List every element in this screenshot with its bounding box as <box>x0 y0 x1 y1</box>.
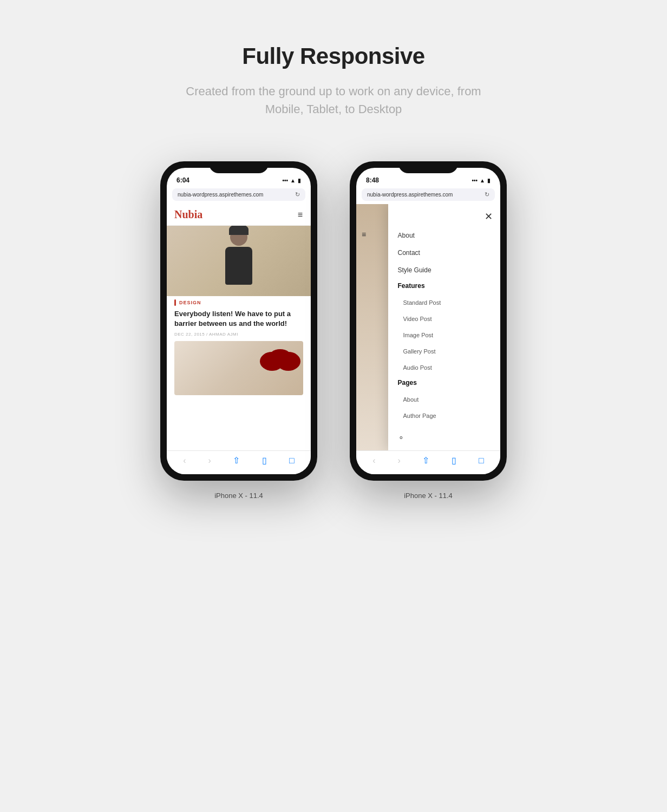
menu-item-standard-post[interactable]: Standard Post <box>388 294 500 311</box>
phone-right-screen: 8:48 ••• ▲ ▮ nubia-wordpress.aspiretheme… <box>356 168 500 474</box>
wifi-icon: ▲ <box>290 178 296 184</box>
menu-item-styleguide[interactable]: Style Guide <box>388 261 500 279</box>
menu-item-author-page[interactable]: Author Page <box>388 408 500 424</box>
blog-logo: Nubia <box>174 208 202 221</box>
menu-item-audio-post[interactable]: Audio Post <box>388 359 500 376</box>
close-icon[interactable]: ✕ <box>485 211 493 222</box>
phone-left-frame: 6:04 ••• ▲ ▮ nubia-wordpress.aspiretheme… <box>160 161 317 481</box>
signal-icon-right: ••• <box>472 178 478 184</box>
reload-icon-left[interactable]: ↻ <box>295 191 300 198</box>
menu-item-contact[interactable]: Contact <box>388 244 500 261</box>
url-right: nubia-wordpress.aspirethemes.com <box>367 192 453 198</box>
address-bar-left[interactable]: nubia-wordpress.aspirethemes.com ↻ <box>172 188 305 201</box>
menu-item-pages[interactable]: Pages <box>388 376 500 391</box>
bookmark-btn-right[interactable]: ▯ <box>452 455 456 466</box>
status-icons-right: ••• ▲ ▮ <box>472 178 491 184</box>
blog-meta: DEC 22, 2015 / AHMAD AJMI <box>167 332 311 341</box>
address-bar-right[interactable]: nubia-wordpress.aspirethemes.com ↻ <box>362 188 495 201</box>
hamburger-icon-right-bg: ≡ <box>362 230 366 239</box>
menu-item-image-post[interactable]: Image Post <box>388 327 500 343</box>
status-icons-left: ••• ▲ ▮ <box>283 178 301 184</box>
apple-bowl <box>268 349 292 368</box>
phone-left-content: Nubia ≡ DESIGN <box>167 204 311 450</box>
menu-item-features[interactable]: Features <box>388 279 500 294</box>
nav-menu-overlay: ✕ About Contact Style Guide Features Sta… <box>388 204 500 450</box>
phones-container: 6:04 ••• ▲ ▮ nubia-wordpress.aspiretheme… <box>160 161 507 500</box>
share-btn-right[interactable]: ⇧ <box>422 455 429 466</box>
status-time-left: 6:04 <box>176 176 189 184</box>
safari-bottom-left: ‹ › ⇧ ▯ □ <box>167 450 311 474</box>
back-btn-left[interactable]: ‹ <box>183 456 186 466</box>
blog-post-title: Everybody listen! We have to put a barri… <box>167 307 311 332</box>
url-left: nubia-wordpress.aspirethemes.com <box>178 192 263 198</box>
right-phone-bg <box>356 204 388 450</box>
menu-item-about-page[interactable]: About <box>388 391 500 408</box>
forward-btn-right[interactable]: › <box>397 456 400 466</box>
blog-second-image <box>174 341 303 395</box>
status-bar-left: 6:04 ••• ▲ ▮ <box>167 171 311 186</box>
signal-icon: ••• <box>283 178 289 184</box>
menu-item-gallery-post[interactable]: Gallery Post <box>388 343 500 359</box>
person-body <box>225 247 252 285</box>
search-icon[interactable]: ⚬ <box>398 434 404 442</box>
blog-header: Nubia ≡ <box>167 204 311 226</box>
back-btn-right[interactable]: ‹ <box>372 456 375 466</box>
phone-left-notch <box>209 161 269 173</box>
page-subtitle: Created from the ground up to work on an… <box>182 82 485 118</box>
menu-items-list: About Contact Style Guide Features Stand… <box>388 227 500 428</box>
status-time-right: 8:48 <box>366 176 379 184</box>
phone-right-wrapper: 8:48 ••• ▲ ▮ nubia-wordpress.aspiretheme… <box>350 161 507 500</box>
hamburger-icon-left[interactable]: ≡ <box>298 211 303 219</box>
person-head <box>230 228 247 246</box>
phone-right-notch <box>398 161 458 173</box>
blog-main-image <box>167 226 311 296</box>
menu-item-404-page[interactable]: 404 Error Page <box>388 424 500 428</box>
wifi-icon-right: ▲ <box>480 178 485 184</box>
menu-item-about[interactable]: About <box>388 227 500 244</box>
page-title: Fully Responsive <box>242 43 424 69</box>
phone-right-frame: 8:48 ••• ▲ ▮ nubia-wordpress.aspiretheme… <box>350 161 507 481</box>
phone-right-content: ≡ ✕ About Contact Style Guide Features S… <box>356 204 500 450</box>
menu-search: ⚬ <box>388 428 500 450</box>
battery-icon-right: ▮ <box>487 178 491 184</box>
person-silhouette <box>217 228 260 293</box>
phone-left-wrapper: 6:04 ••• ▲ ▮ nubia-wordpress.aspiretheme… <box>160 161 317 500</box>
category-text: DESIGN <box>179 300 201 305</box>
category-bar <box>174 299 176 306</box>
phone-right-label: iPhone X - 11.4 <box>404 492 453 500</box>
safari-bottom-right: ‹ › ⇧ ▯ □ <box>356 450 500 474</box>
status-bar-right: 8:48 ••• ▲ ▮ <box>356 171 500 186</box>
phone-left-label: iPhone X - 11.4 <box>214 492 263 500</box>
menu-item-video-post[interactable]: Video Post <box>388 311 500 327</box>
forward-btn-left[interactable]: › <box>208 456 211 466</box>
bookmark-btn-left[interactable]: ▯ <box>262 455 267 466</box>
share-btn-left[interactable]: ⇧ <box>233 455 240 466</box>
battery-icon: ▮ <box>298 178 301 184</box>
tabs-btn-right[interactable]: □ <box>479 456 484 466</box>
blog-category: DESIGN <box>167 296 311 307</box>
menu-close-row: ✕ <box>388 204 500 227</box>
tabs-btn-left[interactable]: □ <box>289 456 295 466</box>
phone-left-screen: 6:04 ••• ▲ ▮ nubia-wordpress.aspiretheme… <box>167 168 311 474</box>
reload-icon-right[interactable]: ↻ <box>485 191 489 198</box>
